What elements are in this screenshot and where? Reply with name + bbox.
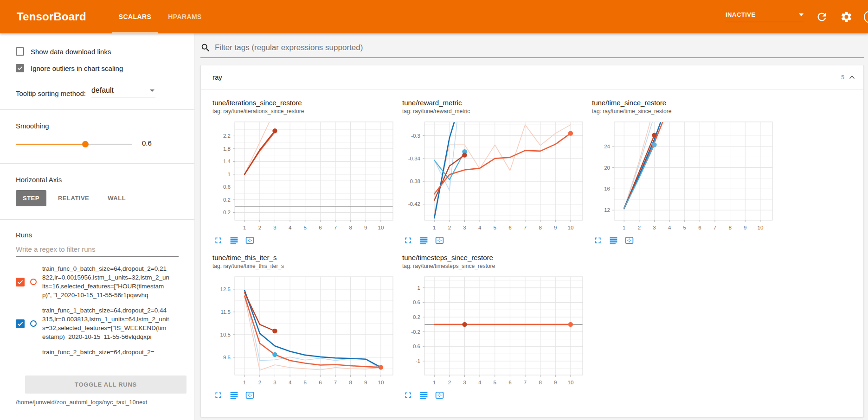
header-tab[interactable]: HPARAMS (160, 0, 210, 33)
svg-text:1: 1 (228, 172, 231, 177)
svg-text:3: 3 (463, 380, 466, 385)
svg-text:1: 1 (243, 225, 246, 230)
chart-toolbar (402, 390, 589, 400)
run-checkbox[interactable] (16, 319, 25, 328)
fit-domain-icon[interactable] (245, 235, 255, 245)
svg-text:7: 7 (334, 225, 337, 230)
svg-text:10: 10 (378, 380, 384, 385)
chart-plot[interactable]: 1234567891010.60.2-0.2-0.6-1 (402, 274, 587, 388)
tag-group-header[interactable]: ray 5 (201, 65, 863, 89)
slider-thumb[interactable] (82, 141, 89, 147)
fit-domain-icon[interactable] (435, 235, 444, 245)
svg-text:5: 5 (304, 225, 307, 230)
chevron-up-icon[interactable] (849, 75, 855, 79)
svg-text:6: 6 (698, 225, 701, 230)
svg-text:9: 9 (364, 225, 367, 230)
svg-text:-0.6: -0.6 (411, 344, 420, 349)
chart-toolbar (592, 235, 778, 245)
sidebar-checkbox-row[interactable]: Ignore outliers in chart scaling (16, 62, 179, 74)
fullscreen-icon[interactable] (593, 235, 603, 245)
tag-filter-input[interactable]: Filter tags (regular expressions support… (200, 43, 864, 58)
run-radio[interactable] (30, 279, 37, 285)
svg-text:-0.38: -0.38 (408, 178, 420, 184)
fit-domain-icon[interactable] (245, 390, 255, 400)
svg-text:-0.42: -0.42 (408, 201, 420, 207)
checkbox-label: Show data download links (31, 48, 111, 56)
run-list-item[interactable]: train_func_0_batch_size=64,dropout_2=0.2… (16, 264, 179, 299)
svg-text:8: 8 (349, 380, 352, 385)
tooltip-sorting-value: default (91, 86, 114, 95)
runs-list-icon[interactable] (229, 390, 239, 400)
chart-plot[interactable]: 123456789102.21.81.410.60.2-0.2 (212, 119, 397, 233)
chart-tag: tag: ray/tune/reward_metric (402, 108, 589, 115)
status-dropdown[interactable]: INACTIVE (726, 11, 804, 22)
tag-group-meta: 5 (841, 74, 855, 81)
run-controls (16, 319, 37, 328)
divider (0, 219, 194, 220)
svg-text:2: 2 (258, 380, 261, 385)
caret-down-icon (799, 13, 804, 16)
svg-text:2: 2 (448, 225, 451, 230)
header-actions: INACTIVE (726, 11, 868, 23)
svg-text:24: 24 (604, 144, 610, 149)
svg-text:5: 5 (494, 380, 496, 385)
run-list-item[interactable]: train_func_1_batch_size=64,dropout_2=0.4… (16, 306, 179, 341)
horizontal-axis-option[interactable]: RELATIVE (51, 190, 96, 206)
chart-plot[interactable]: 12345678910-0.3-0.34-0.38-0.42 (402, 119, 587, 233)
refresh-icon[interactable] (816, 11, 828, 23)
settings-gear-icon[interactable] (840, 11, 853, 23)
tooltip-sorting-row: Tooltip sorting method: default (0, 86, 194, 97)
run-list-item[interactable]: train_func_2_batch_size=64,dropout_2= (16, 348, 179, 356)
fit-domain-icon[interactable] (435, 390, 444, 400)
svg-text:6: 6 (319, 380, 321, 385)
horizontal-axis-option[interactable]: STEP (16, 190, 46, 206)
caret-down-icon (150, 89, 154, 92)
chart-toolbar (212, 235, 399, 245)
run-checkbox[interactable] (16, 278, 25, 286)
log-directory-path: /home/junweid/zoo_automl_logs/nyc_taxi_1… (16, 398, 161, 407)
svg-text:10.5: 10.5 (220, 332, 231, 337)
smoothing-slider[interactable] (16, 140, 132, 148)
tag-group-card: ray 5 tune/iterations_since_restore tag:… (200, 65, 864, 417)
search-icon (200, 43, 211, 53)
tag-filter-placeholder: Filter tags (regular expressions support… (215, 43, 363, 52)
run-radio[interactable] (30, 320, 37, 327)
svg-text:1: 1 (243, 380, 246, 385)
horizontal-axis-option[interactable]: WALL (101, 190, 133, 206)
svg-text:7: 7 (524, 380, 527, 385)
runs-list-icon[interactable] (609, 235, 618, 245)
svg-text:3: 3 (653, 225, 656, 230)
runs-list-icon[interactable] (419, 390, 429, 400)
checkbox-icon[interactable] (16, 64, 24, 72)
fullscreen-icon[interactable] (213, 235, 223, 245)
chart-plot[interactable]: 1234567891012.511.510.59.5 (212, 274, 397, 388)
chart-plot[interactable]: 1234567891024201612 (592, 119, 777, 233)
check-icon (17, 320, 24, 327)
sidebar-checkbox-row[interactable]: Show data download links (16, 45, 179, 57)
runs-list-icon[interactable] (419, 235, 429, 245)
svg-text:1: 1 (623, 225, 625, 230)
svg-text:10: 10 (378, 225, 384, 230)
help-icon[interactable] (864, 11, 868, 23)
header-tab[interactable]: SCALARS (110, 0, 160, 33)
svg-text:1.8: 1.8 (223, 146, 231, 152)
svg-text:-0.34: -0.34 (408, 156, 421, 161)
tooltip-sorting-dropdown[interactable]: default (91, 86, 155, 97)
svg-text:0.6: 0.6 (223, 184, 231, 190)
run-list: train_func_0_batch_size=64,dropout_2=0.2… (16, 264, 179, 375)
svg-text:8: 8 (349, 225, 352, 230)
runs-filter-input[interactable]: Write a regex to filter runs (16, 245, 179, 257)
smoothing-value[interactable]: 0.6 (141, 139, 167, 149)
fullscreen-icon[interactable] (403, 235, 413, 245)
fullscreen-icon[interactable] (213, 390, 223, 400)
fit-domain-icon[interactable] (624, 235, 634, 245)
chart-title: tune/reward_metric (402, 99, 589, 107)
checkbox-icon[interactable] (16, 47, 24, 56)
fullscreen-icon[interactable] (403, 390, 413, 400)
svg-text:0.6: 0.6 (413, 299, 420, 305)
svg-text:4: 4 (478, 380, 482, 385)
divider (0, 109, 194, 110)
toggle-all-runs-button[interactable]: TOGGLE ALL RUNS (25, 375, 186, 394)
chart-title: tune/timesteps_since_restore (402, 254, 589, 261)
runs-list-icon[interactable] (229, 235, 239, 245)
